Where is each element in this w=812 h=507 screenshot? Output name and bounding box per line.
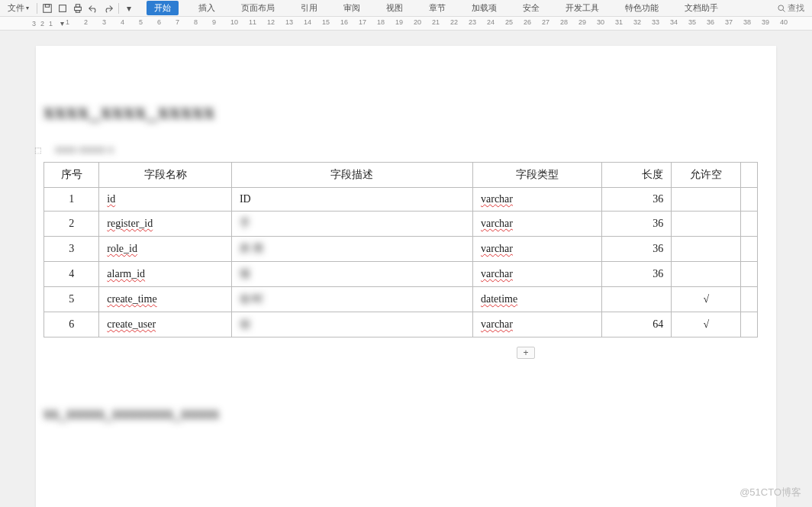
table-row[interactable]: 6create_user创varchar64√ — [44, 312, 758, 337]
ruler-tick: 10 — [230, 18, 238, 26]
tab-security[interactable]: 安全 — [517, 1, 546, 15]
svg-rect-5 — [76, 10, 79, 12]
dropdown-icon[interactable]: ▾ — [122, 2, 136, 15]
cell-name[interactable]: id — [99, 188, 232, 212]
cell-seq[interactable]: 6 — [44, 312, 99, 337]
next-heading[interactable]: xx_xxxxx_xxxxxxxx_xxxxx — [44, 405, 768, 422]
cell-extra[interactable] — [741, 312, 758, 337]
tab-insert[interactable]: 插入 — [192, 1, 221, 15]
cell-name[interactable]: role_id — [99, 237, 232, 262]
add-row-button[interactable]: + — [517, 347, 535, 359]
cell-type[interactable]: varchar — [473, 312, 602, 337]
cell-extra[interactable] — [741, 212, 758, 237]
cell-seq[interactable]: 3 — [44, 237, 99, 262]
ruler-tick: 11 — [249, 18, 256, 26]
th-null: 允许空 — [672, 163, 741, 188]
cell-len[interactable]: 36 — [602, 262, 672, 287]
cell-len[interactable]: 64 — [602, 312, 672, 337]
print-icon[interactable] — [71, 2, 85, 15]
cell-desc[interactable]: 手 — [231, 212, 472, 237]
tab-developer[interactable]: 开发工具 — [559, 1, 605, 15]
tab-doc-assistant[interactable]: 文档助手 — [678, 1, 724, 15]
cell-name[interactable]: register_id — [99, 212, 232, 237]
cell-null[interactable]: √ — [672, 312, 741, 337]
cell-desc[interactable]: 创 时 — [231, 287, 472, 312]
cell-type[interactable]: varchar — [473, 188, 602, 212]
search-icon — [777, 4, 786, 13]
search-box[interactable]: 查找 — [777, 2, 804, 14]
table-row[interactable]: 4alarm_id报varchar36 — [44, 262, 758, 287]
tab-special[interactable]: 特色功能 — [619, 1, 665, 15]
cell-type[interactable]: varchar — [473, 212, 602, 237]
th-len: 长度 — [602, 163, 672, 188]
cell-seq[interactable]: 5 — [44, 287, 99, 312]
table-row[interactable]: 5create_time创 时datetime√ — [44, 287, 758, 312]
cell-null[interactable]: √ — [672, 287, 741, 312]
cell-desc[interactable]: ID — [231, 188, 472, 212]
cell-type[interactable]: datetime — [473, 287, 602, 312]
cell-len[interactable]: 36 — [602, 212, 672, 237]
schema-table[interactable]: 序号 字段名称 字段描述 字段类型 长度 允许空 1idIDvarchar362… — [44, 162, 758, 337]
tab-view[interactable]: 视图 — [380, 1, 409, 15]
cell-extra[interactable] — [741, 262, 758, 287]
tab-page-layout[interactable]: 页面布局 — [235, 1, 281, 15]
cell-len[interactable]: 36 — [602, 237, 672, 262]
print-preview-icon[interactable] — [56, 2, 69, 15]
cell-null[interactable] — [672, 212, 741, 237]
watermark: @51CTO博客 — [740, 486, 801, 499]
tab-home[interactable]: 开始 — [147, 1, 179, 15]
cell-null[interactable] — [672, 237, 741, 262]
cell-extra[interactable] — [741, 188, 758, 212]
cell-extra[interactable] — [741, 237, 758, 262]
ruler-tick: 33 — [652, 18, 659, 26]
cell-desc[interactable]: 所 用 — [231, 237, 472, 262]
tab-review[interactable]: 审阅 — [337, 1, 366, 15]
cell-desc[interactable]: 报 — [231, 262, 472, 287]
ruler-tick: 35 — [688, 18, 696, 26]
table-row[interactable]: 3role_id所 用varchar36 — [44, 237, 758, 262]
table-row[interactable]: 1idIDvarchar36 — [44, 188, 758, 212]
svg-rect-0 — [44, 4, 52, 12]
separator — [118, 3, 119, 14]
tab-addins[interactable]: 加载项 — [466, 1, 503, 15]
ruler-anchor-icon[interactable]: ▾ — [58, 17, 66, 30]
table-row[interactable]: 2register_id手varchar36 — [44, 212, 758, 237]
ruler-tick: 18 — [377, 18, 385, 26]
th-name: 字段名称 — [99, 163, 232, 188]
svg-rect-3 — [75, 7, 82, 10]
cell-null[interactable] — [672, 262, 741, 287]
cell-seq[interactable]: 2 — [44, 212, 99, 237]
cell-desc[interactable]: 创 — [231, 312, 472, 337]
cell-name[interactable]: create_user — [99, 312, 232, 337]
th-desc: 字段描述 — [231, 163, 472, 188]
cell-len[interactable]: 36 — [602, 188, 672, 212]
ruler-tick: 16 — [340, 18, 348, 26]
doc-title[interactable]: xxxx_xxxx_xxxxx — [44, 99, 768, 124]
svg-line-7 — [783, 9, 785, 11]
save-icon[interactable] — [40, 2, 54, 15]
ruler-tick: 31 — [615, 18, 623, 26]
ruler[interactable]: 3 2 1 ▾ 12345678910111213141516171819202… — [0, 17, 812, 31]
cell-name[interactable]: alarm_id — [99, 262, 232, 287]
cell-len[interactable] — [602, 287, 672, 312]
ruler-tick: 15 — [322, 18, 330, 26]
cell-type[interactable]: varchar — [473, 262, 602, 287]
ruler-tick: 21 — [432, 18, 440, 26]
tab-sections[interactable]: 章节 — [423, 1, 452, 15]
page[interactable]: xxxx_xxxx_xxxxx ⬚ xxxx xxxxx x 序号 字段名称 字… — [36, 46, 776, 507]
cell-type[interactable]: varchar — [473, 237, 602, 262]
th-seq: 序号 — [44, 163, 99, 188]
tab-references[interactable]: 引用 — [295, 1, 324, 15]
redo-icon[interactable] — [102, 2, 115, 15]
doc-subtitle[interactable]: xxxx xxxxx x — [55, 144, 114, 156]
cell-name[interactable]: create_time — [99, 287, 232, 312]
ruler-tick: 1 — [66, 18, 69, 26]
ruler-tick: 20 — [414, 18, 421, 26]
cell-extra[interactable] — [741, 287, 758, 312]
cell-seq[interactable]: 1 — [44, 188, 99, 212]
cell-null[interactable] — [672, 188, 741, 212]
ruler-tick: 26 — [524, 18, 531, 26]
menu-file[interactable]: 文件 — [3, 2, 34, 14]
cell-seq[interactable]: 4 — [44, 262, 99, 287]
undo-icon[interactable] — [86, 2, 100, 15]
